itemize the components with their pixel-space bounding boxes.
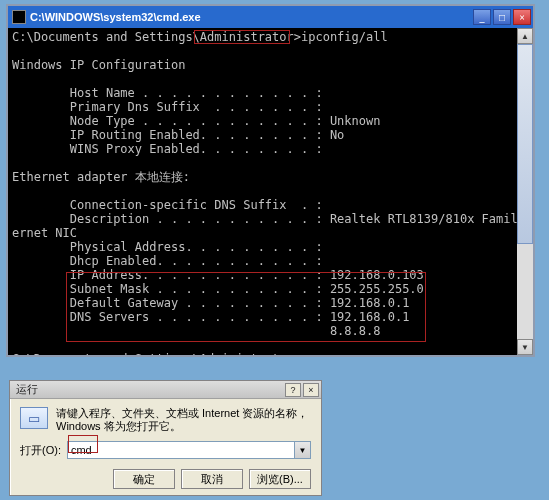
scroll-down-button[interactable]: ▼ xyxy=(517,339,533,355)
cfg-line: IP Routing Enabled. . . . . . . . : No xyxy=(12,128,344,142)
open-label: 打开(O): xyxy=(20,443,61,458)
cmd-icon xyxy=(12,10,26,24)
scrollbar-thumb[interactable] xyxy=(517,44,533,244)
run-description: 请键入程序、文件夹、文档或 Internet 资源的名称，Windows 将为您… xyxy=(56,407,311,433)
run-titlebar: 运行 ? × xyxy=(10,381,321,399)
open-input[interactable] xyxy=(67,441,295,459)
run-dialog: 运行 ? × ▭ 请键入程序、文件夹、文档或 Internet 资源的名称，Wi… xyxy=(9,380,322,496)
run-help-button[interactable]: ? xyxy=(285,383,301,397)
cfg-line: Host Name . . . . . . . . . . . . : xyxy=(12,86,323,100)
cmd-window: C:\WINDOWS\system32\cmd.exe _ □ × C:\Doc… xyxy=(6,4,535,357)
cfg-line: ernet NIC xyxy=(12,226,77,240)
cfg-line: Node Type . . . . . . . . . . . . : Unkn… xyxy=(12,114,380,128)
maximize-button[interactable]: □ xyxy=(493,9,511,25)
cancel-button[interactable]: 取消 xyxy=(181,469,243,489)
cfg-line: Primary Dns Suffix . . . . . . . : xyxy=(12,100,323,114)
section-header: Ethernet adapter 本地连接: xyxy=(12,170,190,184)
vertical-scrollbar[interactable]: ▲ ▼ xyxy=(517,28,533,355)
browse-button[interactable]: 浏览(B)... xyxy=(249,469,311,489)
run-icon: ▭ xyxy=(20,407,48,429)
close-button[interactable]: × xyxy=(513,9,531,25)
ok-button[interactable]: 确定 xyxy=(113,469,175,489)
open-dropdown-button[interactable]: ▼ xyxy=(295,441,311,459)
typed-command: ipconfig/all xyxy=(301,30,388,44)
cfg-line: Connection-specific DNS Suffix . : xyxy=(12,198,323,212)
cfg-line: Description . . . . . . . . . . . : Real… xyxy=(12,212,533,226)
cfg-line: Dhcp Enabled. . . . . . . . . . . : xyxy=(12,254,323,268)
minimize-button[interactable]: _ xyxy=(473,9,491,25)
cfg-line: WINS Proxy Enabled. . . . . . . . : xyxy=(12,142,323,156)
cfg-line: Physical Address. . . . . . . . . : xyxy=(12,240,323,254)
scroll-up-button[interactable]: ▲ xyxy=(517,28,533,44)
prompt: C:\Documents and Settings\Administrator>… xyxy=(12,352,308,355)
cmd-titlebar: C:\WINDOWS\system32\cmd.exe _ □ × xyxy=(8,6,533,28)
terminal-output: C:\Documents and Settings\Administrator>… xyxy=(8,28,533,355)
run-title-text: 运行 xyxy=(16,382,38,397)
section-header: Windows IP Configuration xyxy=(12,58,185,72)
cmd-title: C:\WINDOWS\system32\cmd.exe xyxy=(30,11,201,23)
run-close-button[interactable]: × xyxy=(303,383,319,397)
highlight-command xyxy=(194,30,290,44)
highlight-network xyxy=(66,272,426,342)
